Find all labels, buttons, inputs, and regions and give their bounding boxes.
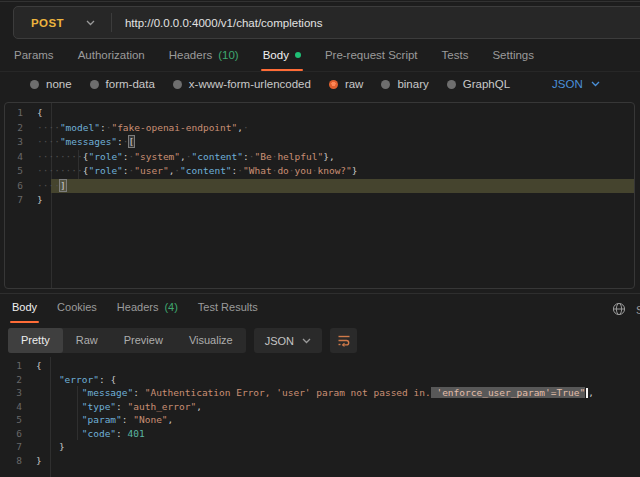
radio-icon	[173, 80, 182, 89]
response-tab-body[interactable]: Body	[12, 301, 37, 316]
chevron-down-icon	[591, 81, 600, 87]
api-client-window: { "colors": { "accent_orange": "#ff6c37"…	[0, 0, 640, 477]
radio-icon	[381, 80, 390, 89]
mode-graphql[interactable]: GraphQL	[447, 78, 510, 90]
request-tabs: Params Authorization Headers(10) Body Pr…	[14, 49, 534, 64]
mode-raw[interactable]: raw	[329, 78, 364, 90]
code-line[interactable]: 3 "message": "Authentication Error, 'use…	[4, 386, 640, 400]
view-visualize[interactable]: Visualize	[176, 328, 246, 353]
line-number: 2	[4, 373, 36, 387]
code-line[interactable]: 3····"messages":·[	[5, 135, 634, 150]
response-headers-count: (4)	[164, 301, 177, 313]
method-select[interactable]: POST	[14, 17, 111, 29]
code-line[interactable]: 5········{"role":·"user",·"content":·"Wh…	[5, 164, 634, 179]
mode-x-www-form-urlencoded[interactable]: x-www-form-urlencoded	[173, 78, 311, 90]
mode-form-data[interactable]: form-data	[90, 78, 155, 90]
tab-tests[interactable]: Tests	[442, 49, 469, 64]
radio-selected-icon	[329, 80, 338, 89]
response-tab-cookies[interactable]: Cookies	[57, 301, 97, 316]
response-tabbar-actions	[612, 302, 626, 320]
body-modified-dot-icon	[295, 52, 301, 58]
response-tabs: Body Cookies Headers(4) Test Results	[12, 301, 258, 316]
response-toolbar: Pretty Raw Preview Visualize JSON	[8, 328, 357, 353]
tab-body[interactable]: Body	[263, 49, 301, 64]
line-number: 5	[4, 413, 36, 427]
line-number: 4	[4, 400, 36, 414]
url-input[interactable]: http://0.0.0.0:4000/v1/chat/completions	[125, 17, 323, 29]
line-number: 1	[5, 106, 37, 121]
line-number: 8	[4, 454, 36, 468]
mode-none[interactable]: none	[30, 78, 72, 90]
wrap-text-icon	[337, 333, 351, 349]
method-label: POST	[31, 17, 64, 29]
radio-icon	[30, 80, 39, 89]
response-language-select[interactable]: JSON	[254, 328, 322, 353]
code-line[interactable]: 7}	[5, 193, 634, 208]
response-view-switcher: Pretty Raw Preview Visualize	[8, 328, 246, 353]
line-number: 6	[5, 179, 37, 194]
response-tab-test-results[interactable]: Test Results	[198, 301, 258, 316]
radio-icon	[447, 80, 456, 89]
chevron-down-icon	[302, 338, 311, 344]
line-number: 4	[5, 150, 37, 165]
line-number: 3	[5, 135, 37, 150]
code-line[interactable]: 2····"model":·"fake-openai-endpoint",·	[5, 121, 634, 136]
clipped-status-text: St	[636, 304, 640, 316]
request-body-editor[interactable]: 1{2····"model":·"fake-openai-endpoint",·…	[4, 102, 635, 289]
tabs-divider	[0, 71, 640, 72]
globe-icon[interactable]	[612, 302, 626, 320]
radio-icon	[90, 80, 99, 89]
code-line[interactable]: 8}	[4, 454, 640, 468]
line-number: 7	[4, 440, 36, 454]
response-tab-headers[interactable]: Headers(4)	[117, 301, 178, 316]
line-number: 1	[4, 359, 36, 373]
view-raw[interactable]: Raw	[63, 328, 111, 353]
body-mode-row: none form-data x-www-form-urlencoded raw…	[30, 78, 600, 90]
view-preview[interactable]: Preview	[111, 328, 176, 353]
code-line[interactable]: 2 "error": {	[4, 373, 640, 387]
code-line[interactable]: 1{	[5, 106, 634, 121]
chevron-down-icon	[86, 20, 95, 26]
line-number: 6	[4, 427, 36, 441]
code-line[interactable]: 1{	[4, 359, 640, 373]
code-line[interactable]: 7 }	[4, 440, 640, 454]
tab-params[interactable]: Params	[14, 49, 54, 64]
tab-authorization[interactable]: Authorization	[78, 49, 145, 64]
request-url-bar: POST http://0.0.0.0:4000/v1/chat/complet…	[13, 6, 640, 39]
view-pretty[interactable]: Pretty	[8, 328, 63, 353]
tab-settings[interactable]: Settings	[492, 49, 534, 64]
tab-pre-request-script[interactable]: Pre-request Script	[325, 49, 418, 64]
window-top-divider	[0, 1, 640, 2]
code-line[interactable]: 5 "param": "None",	[4, 413, 640, 427]
raw-language-select[interactable]: JSON	[552, 78, 600, 90]
headers-count: (10)	[218, 49, 238, 61]
wrap-text-button[interactable]	[330, 328, 357, 353]
response-section-divider	[0, 293, 640, 294]
tab-headers[interactable]: Headers(10)	[169, 49, 239, 64]
code-line[interactable]: 6 "code": 401	[4, 427, 640, 441]
code-line[interactable]: 6····]	[5, 179, 634, 194]
line-number: 3	[4, 386, 36, 400]
line-number: 2	[5, 121, 37, 136]
url-bar-divider	[111, 13, 112, 32]
response-body-editor[interactable]: 1{2 "error": {3 "message": "Authenticati…	[4, 357, 640, 477]
mode-binary[interactable]: binary	[381, 78, 428, 90]
code-line[interactable]: 4········{"role":·"system",·"content":·"…	[5, 150, 634, 165]
line-number: 7	[5, 193, 37, 208]
line-number: 5	[5, 164, 37, 179]
code-line[interactable]: 4 "type": "auth_error",	[4, 400, 640, 414]
